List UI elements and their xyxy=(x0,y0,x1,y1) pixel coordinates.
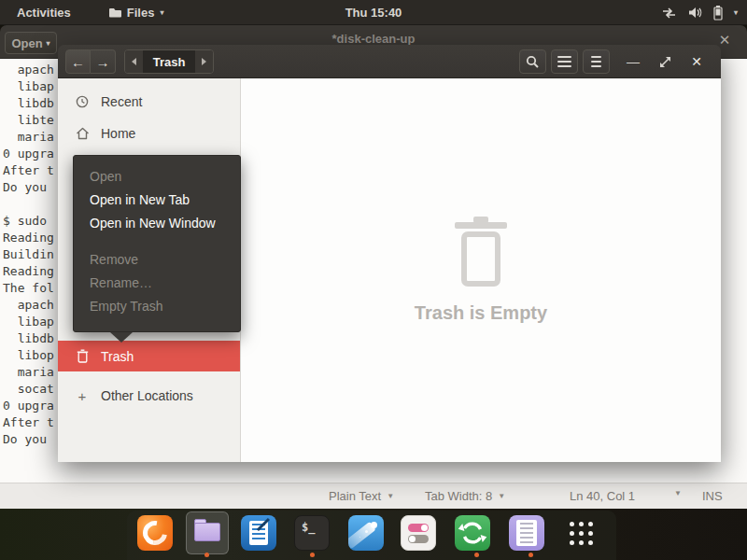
view-toggle-button[interactable] xyxy=(551,49,578,74)
chevron-down-icon: ▼ xyxy=(387,492,394,500)
files-window: ← → Trash — xyxy=(58,45,721,462)
refresh-icon xyxy=(455,515,490,551)
system-status-area[interactable]: ▾ xyxy=(661,0,738,25)
sparkle xyxy=(371,522,377,528)
editor-line: libap xyxy=(3,314,54,330)
top-bar: Activities Files ▾ Thu 15:40 ▾ xyxy=(0,0,747,25)
menu-item-open-in-new-window[interactable]: Open in New Window xyxy=(74,212,240,235)
editor-lines: apach libap libdb libte maria0 upgraAfte… xyxy=(3,62,54,448)
cursor-position[interactable]: Ln 40, Col 1 xyxy=(570,489,635,503)
editor-line: libte xyxy=(3,112,54,129)
running-indicator-terminal xyxy=(310,553,315,557)
window-menu-button[interactable] xyxy=(583,49,610,74)
home-icon xyxy=(75,127,90,140)
chevron-down-icon: ▼ xyxy=(498,492,505,500)
sidebar-item-recent[interactable]: Recent xyxy=(58,86,240,118)
close-button[interactable]: ✕ xyxy=(687,52,706,71)
sidebar-item-label: Recent xyxy=(101,94,142,109)
desktop: Open ▾ *disk-clean-up ✕ apach libap libd… xyxy=(0,0,747,560)
chevron-left-icon xyxy=(132,58,136,65)
sidebar-item-home[interactable]: Home xyxy=(58,118,240,149)
document-icon xyxy=(516,520,537,546)
menu-item-rename[interactable]: Rename… xyxy=(74,272,240,295)
clock[interactable]: Thu 15:40 xyxy=(0,6,747,20)
running-indicator-updater xyxy=(474,553,479,557)
network-icon xyxy=(661,7,677,19)
navigation-buttons: ← → xyxy=(65,49,116,74)
files-content-area[interactable]: Trash is Empty xyxy=(241,78,721,462)
statusbar-dropdown[interactable]: ▼ xyxy=(674,489,682,497)
dock-text-editor-icon[interactable] xyxy=(509,515,544,551)
tab-width-label: Tab Width: 8 xyxy=(425,489,492,503)
sidebar-item-trash[interactable]: Trash xyxy=(58,341,240,371)
search-icon xyxy=(526,55,540,69)
dock-screenshot-tool-icon[interactable] xyxy=(348,515,384,551)
editor-line: 0 upgra xyxy=(3,146,54,162)
dock-tweaks-icon[interactable] xyxy=(401,515,436,551)
menu-item-empty-trash[interactable]: Empty Trash xyxy=(74,295,240,318)
empty-state-label: Trash is Empty xyxy=(415,302,547,324)
editor-line: apach xyxy=(3,62,54,78)
sidebar-item-label: Home xyxy=(101,126,135,141)
editor-line: maria xyxy=(3,364,54,381)
editor-line: $ sudo xyxy=(3,213,54,230)
back-button[interactable]: ← xyxy=(65,49,91,74)
path-bar: Trash xyxy=(124,49,214,74)
path-scroll-right-button[interactable] xyxy=(195,50,213,73)
editor-line: libap xyxy=(3,78,54,95)
language-label: Plain Text xyxy=(329,489,381,503)
folder-icon xyxy=(194,523,220,543)
dock-firefox-icon[interactable] xyxy=(137,515,173,551)
menu-item-open[interactable]: Open xyxy=(74,165,240,189)
dock-libreoffice-writer-icon[interactable] xyxy=(241,515,276,551)
dock-terminal-icon[interactable]: $_ xyxy=(294,515,330,551)
path-segment-trash[interactable]: Trash xyxy=(143,50,195,73)
editor-line: maria xyxy=(3,129,54,146)
running-indicator-files xyxy=(204,553,209,557)
running-indicator-text-editor xyxy=(529,553,533,557)
toggle-pill xyxy=(408,535,429,543)
menu-item-remove[interactable]: Remove xyxy=(74,248,240,272)
terminal-prompt-glyph: $_ xyxy=(302,521,315,534)
dock-software-updater-icon[interactable] xyxy=(455,515,490,551)
chevron-down-icon: ▾ xyxy=(734,8,738,17)
gedit-statusbar: Plain Text ▼ Tab Width: 8 ▼ Ln 40, Col 1… xyxy=(0,483,747,509)
gedit-window-title: *disk-clean-up xyxy=(0,32,747,46)
editor-line: Reading xyxy=(3,230,54,246)
editor-line: Do you xyxy=(3,179,54,196)
language-selector[interactable]: Plain Text ▼ xyxy=(329,489,394,503)
tab-width-selector[interactable]: Tab Width: 8 ▼ xyxy=(425,489,505,503)
volume-icon xyxy=(688,7,702,19)
maximize-button[interactable] xyxy=(655,52,674,71)
dock-show-applications-icon[interactable] xyxy=(563,515,599,551)
editor-line: socat xyxy=(3,381,54,398)
editor-line: Buildin xyxy=(3,246,54,263)
recent-icon xyxy=(75,95,90,108)
sidebar-item-label: Trash xyxy=(101,349,134,364)
context-menu: Open Open in New Tab Open in New Window … xyxy=(73,155,241,332)
trash-icon xyxy=(75,349,90,363)
overwrite-mode[interactable]: INS xyxy=(702,489,723,503)
context-menu-arrow xyxy=(110,332,133,343)
editor-line: Do you xyxy=(3,431,54,448)
sidebar-item-other-locations[interactable]: + Other Locations xyxy=(58,380,240,412)
editor-line: Reading xyxy=(3,263,54,280)
editor-line: After t xyxy=(3,414,54,431)
editor-line: libdb xyxy=(3,330,54,347)
dock-files-icon[interactable] xyxy=(190,516,225,552)
chevron-down-icon: ▼ xyxy=(674,489,682,497)
plus-icon: + xyxy=(75,388,90,404)
forward-button[interactable]: → xyxy=(91,49,116,74)
editor-line: libop xyxy=(3,347,54,364)
firefox-swirl xyxy=(138,516,172,550)
editor-line: apach xyxy=(3,297,54,314)
files-headerbar: ← → Trash — xyxy=(58,45,721,78)
minimize-button[interactable]: — xyxy=(624,52,642,71)
search-button[interactable] xyxy=(519,49,546,74)
editor-line xyxy=(3,196,54,213)
toggle-pill xyxy=(408,524,429,532)
path-scroll-left-button[interactable] xyxy=(125,50,143,73)
chevron-right-icon xyxy=(202,58,206,65)
overwrite-mode-label: INS xyxy=(702,489,723,503)
menu-item-open-in-new-tab[interactable]: Open in New Tab xyxy=(74,189,240,212)
